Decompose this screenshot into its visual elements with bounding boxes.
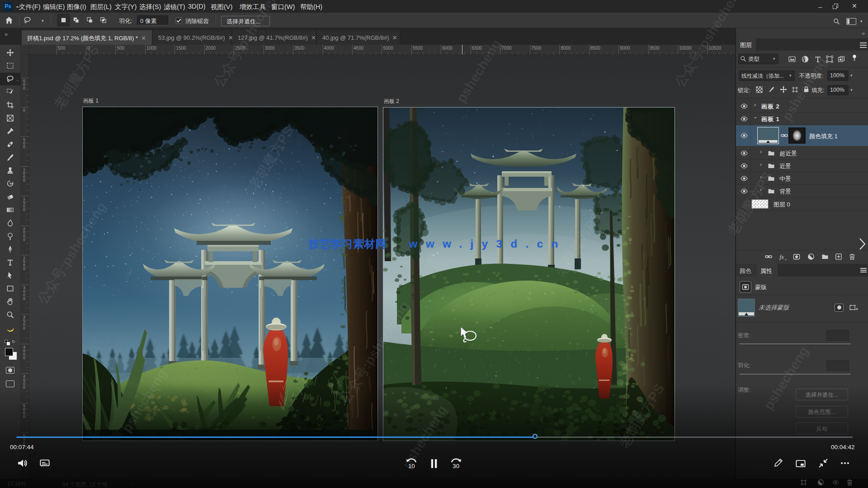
svg-text:fx: fx (779, 253, 784, 260)
svg-text:30: 30 (453, 463, 459, 469)
